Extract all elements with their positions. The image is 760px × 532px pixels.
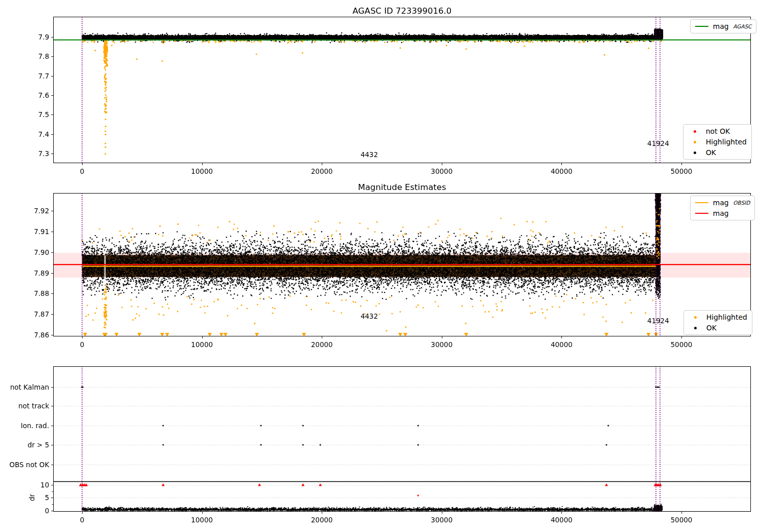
figure-canvas: [0, 0, 760, 532]
agasc-magnitude-figure: AGASC ID 723399016.001000020000300004000…: [0, 0, 760, 532]
